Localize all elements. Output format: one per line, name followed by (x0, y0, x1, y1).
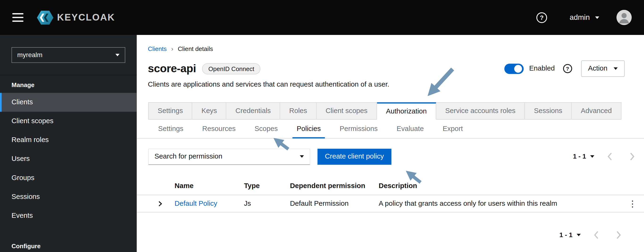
chevron-down-icon (595, 16, 599, 19)
tab-client-scopes[interactable]: Client scopes (316, 102, 377, 120)
action-label: Action (588, 64, 608, 73)
subtab-export[interactable]: Export (438, 120, 467, 138)
table-row: Default Policy Js Default Permission A p… (137, 195, 644, 212)
brand-name: KEYCLOAK (57, 12, 115, 23)
pagination-range: 1 - 1 (573, 153, 586, 160)
policy-type-cell: Js (244, 200, 290, 208)
masthead: KEYCLOAK ? admin (0, 0, 644, 35)
client-tabs: Settings Keys Credentials Roles Client s… (148, 102, 621, 120)
avatar[interactable] (616, 10, 632, 25)
policies-table: Name Type Dependent permission Descripti… (137, 177, 644, 212)
username: admin (570, 13, 590, 22)
column-header-name: Name (174, 182, 244, 190)
sidebar-item-users[interactable]: Users (0, 150, 137, 168)
pagination-nav (608, 153, 634, 160)
column-header-type: Type (244, 182, 290, 190)
authorization-subtabs: Settings Resources Scopes Policies Permi… (137, 120, 644, 138)
enabled-label: Enabled (529, 64, 555, 73)
column-header-description: Description (378, 182, 621, 190)
breadcrumb-link-clients[interactable]: Clients (148, 45, 167, 52)
search-select-value: Search for permission (154, 152, 222, 161)
pagination-prev-button[interactable] (594, 231, 598, 238)
subtab-policies[interactable]: Policies (292, 120, 325, 138)
pagination-options-icon[interactable] (590, 155, 594, 158)
chevron-right-icon (157, 201, 163, 206)
pagination-next-button[interactable] (616, 231, 621, 238)
tab-service-accounts-roles[interactable]: Service accounts roles (436, 102, 525, 120)
help-icon[interactable]: ? (536, 12, 547, 23)
pagination-options-icon[interactable] (576, 234, 580, 236)
sidebar: myrealm Manage Clients Client scopes Rea… (0, 35, 137, 252)
nav-section-configure: Configure (0, 242, 52, 250)
tab-credentials[interactable]: Credentials (226, 102, 280, 120)
action-dropdown-button[interactable]: Action (581, 60, 625, 77)
client-description: Clients are applications and services th… (148, 80, 389, 89)
pagination-top: 1 - 1 (573, 153, 634, 160)
policy-name-link[interactable]: Default Policy (174, 200, 244, 208)
protocol-badge: OpenID Connect (202, 63, 260, 74)
nav-section-manage: Manage (0, 75, 137, 93)
sidebar-item-clients[interactable]: Clients (0, 93, 137, 112)
keycloak-admin-console: KEYCLOAK ? admin myrealm (0, 0, 644, 252)
masthead-right: ? admin (536, 10, 632, 25)
sidebar-menu: Clients Client scopes Realm roles Users … (0, 93, 137, 225)
subtab-resources[interactable]: Resources (198, 120, 240, 138)
pagination-bottom: 1 - 1 (559, 231, 621, 238)
help-glyph: ? (540, 14, 544, 21)
tab-keys[interactable]: Keys (192, 102, 226, 120)
main-content: Clients › Client details score-api OpenI… (137, 35, 644, 252)
pagination-range: 1 - 1 (559, 231, 572, 238)
subtab-permissions[interactable]: Permissions (336, 120, 382, 138)
subtab-settings[interactable]: Settings (154, 120, 188, 138)
tab-sessions[interactable]: Sessions (525, 102, 572, 120)
help-glyph: ? (566, 66, 569, 72)
enabled-help-icon[interactable]: ? (563, 64, 572, 73)
nav-toggle-button[interactable] (12, 13, 23, 22)
row-expander[interactable] (137, 201, 174, 206)
title-controls: Enabled ? Action (504, 60, 625, 77)
subtab-scopes[interactable]: Scopes (250, 120, 282, 138)
search-permission-select[interactable]: Search for permission (148, 148, 310, 164)
table-header-row: Name Type Dependent permission Descripti… (137, 177, 644, 195)
policy-dependent-permission-cell: Default Permission (290, 200, 378, 208)
sidebar-item-sessions[interactable]: Sessions (0, 187, 137, 206)
breadcrumb: Clients › Client details (148, 45, 213, 52)
pagination-prev-button[interactable] (608, 153, 612, 160)
tab-roles[interactable]: Roles (280, 102, 316, 120)
chevron-down-icon (115, 54, 119, 56)
realm-selector[interactable]: myrealm (12, 47, 125, 63)
tab-settings[interactable]: Settings (148, 102, 192, 120)
page-title: score-api (148, 62, 196, 75)
policies-toolbar: Search for permission Create client poli… (148, 148, 634, 165)
row-actions-kebab-icon[interactable]: ⋮ (628, 199, 637, 208)
enabled-toggle[interactable] (504, 64, 524, 74)
chevron-down-icon (300, 155, 304, 158)
title-row: score-api OpenID Connect Enabled ? Actio… (148, 60, 625, 78)
realm-selector-area: myrealm (0, 35, 137, 75)
create-client-policy-button[interactable]: Create client policy (318, 148, 391, 164)
breadcrumb-separator-icon: › (171, 45, 174, 52)
sidebar-item-events[interactable]: Events (0, 206, 137, 225)
policy-description-cell: A policy that grants access only for use… (378, 200, 621, 208)
keycloak-logo-icon (37, 10, 54, 24)
keycloak-logo: KEYCLOAK (37, 10, 115, 24)
pagination-next-button[interactable] (630, 153, 634, 160)
tab-advanced[interactable]: Advanced (572, 102, 621, 120)
breadcrumb-current: Client details (178, 45, 213, 52)
column-header-dependent-permission: Dependent permission (290, 182, 378, 190)
sidebar-item-client-scopes[interactable]: Client scopes (0, 112, 137, 131)
subtab-evaluate[interactable]: Evaluate (392, 120, 428, 138)
realm-name: myrealm (17, 52, 42, 59)
user-avatar-icon (616, 10, 632, 25)
sidebar-item-groups[interactable]: Groups (0, 168, 137, 187)
pagination-nav (594, 231, 621, 238)
tab-authorization[interactable]: Authorization (377, 102, 436, 120)
sidebar-item-realm-roles[interactable]: Realm roles (0, 131, 137, 150)
chevron-down-icon (614, 68, 618, 70)
user-menu[interactable]: admin (570, 13, 599, 22)
